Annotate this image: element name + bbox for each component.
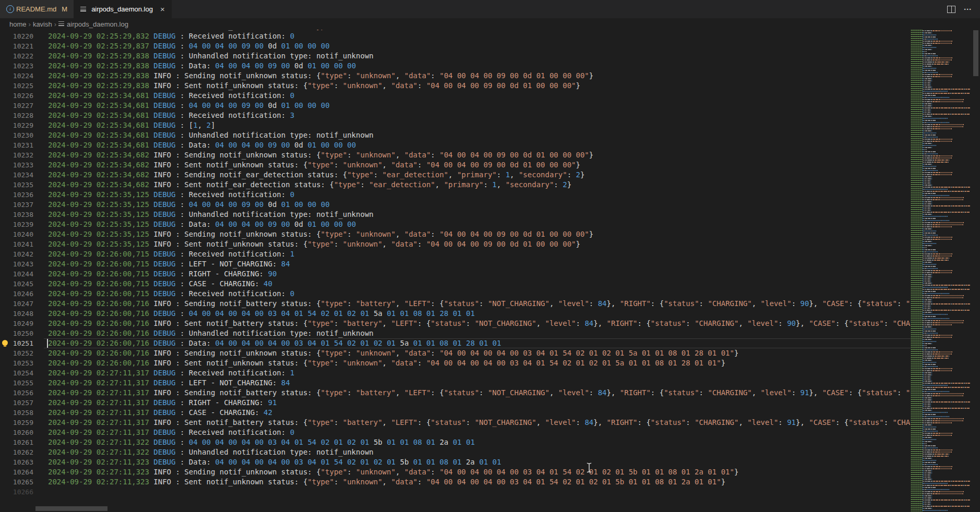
log-line-row[interactable]: 102212024-09-29 02:25:29,837 DEBUG : 04 … — [0, 41, 911, 51]
log-line-text[interactable]: 2024-09-29 02:26:00,716 INFO : Sent noti… — [33, 358, 725, 368]
log-line-row[interactable]: 102612024-09-29 02:27:11,322 DEBUG : 04 … — [0, 437, 911, 447]
vertical-scrollbar-thumb[interactable] — [973, 30, 978, 76]
minimap[interactable] — [911, 30, 972, 512]
log-line-row[interactable]: 102422024-09-29 02:26:00,715 DEBUG : Rec… — [0, 249, 911, 259]
log-line-text[interactable]: 2024-09-29 02:25:34,681 DEBUG : Data: 04… — [33, 140, 356, 150]
log-line-text[interactable]: 2024-09-29 02:26:00,715 DEBUG : LEFT - N… — [33, 259, 290, 269]
log-line-row[interactable]: 102592024-09-29 02:27:11,317 INFO : Sent… — [0, 418, 911, 428]
log-line-row[interactable]: 102522024-09-29 02:26:00,716 INFO : Send… — [0, 348, 911, 358]
log-line-text[interactable]: 2024-09-29 02:25:35,125 INFO : Sending n… — [33, 229, 593, 239]
log-line-text[interactable]: 2024-09-29 02:25:34,681 DEBUG : Unhandle… — [33, 130, 374, 140]
log-line-text[interactable]: 2024-09-29 02:25:29,838 DEBUG : Data: 04… — [33, 61, 356, 71]
log-line-row[interactable]: 102412024-09-29 02:25:35,125 INFO : Sent… — [0, 239, 911, 249]
horizontal-scrollbar-thumb[interactable] — [35, 506, 107, 511]
log-line-row[interactable]: 102642024-09-29 02:27:11,323 INFO : Send… — [0, 467, 911, 477]
log-line-text[interactable]: 2024-09-29 02:27:11,317 DEBUG : Received… — [33, 368, 294, 378]
log-line-row[interactable]: 102432024-09-29 02:26:00,715 DEBUG : LEF… — [0, 259, 911, 269]
log-line-text[interactable]: 2024-09-29 02:25:29,838 INFO : Sent noti… — [33, 81, 580, 91]
log-line-text[interactable]: 2024-09-29 02:27:11,317 DEBUG : LEFT - N… — [33, 378, 290, 388]
log-line-row[interactable]: 102262024-09-29 02:25:34,681 DEBUG : Rec… — [0, 91, 911, 101]
log-line-text[interactable]: 2024-09-29 02:26:00,716 DEBUG : 04 00 04… — [33, 309, 475, 319]
log-line-text[interactable]: 2024-09-29 02:27:11,322 DEBUG : Unhandle… — [33, 447, 374, 457]
log-line-text[interactable]: 2024-09-29 02:27:11,317 DEBUG : Received… — [33, 428, 294, 437]
log-line-row[interactable]: 10266 — [0, 487, 911, 497]
log-line-text[interactable]: 2024-09-29 02:25:29,837 DEBUG : 04 00 04… — [33, 41, 330, 51]
breadcrumb-item-home[interactable]: home — [9, 20, 27, 28]
log-line-row[interactable]: 102402024-09-29 02:25:35,125 INFO : Send… — [0, 229, 911, 239]
log-line-row[interactable]: 102342024-09-29 02:25:34,682 INFO : Send… — [0, 170, 911, 180]
log-line-row[interactable]: 102582024-09-29 02:27:11,317 DEBUG : CAS… — [0, 408, 911, 418]
log-line-text[interactable]: 2024-09-29 02:25:29,832 DEBUG : Received… — [33, 31, 294, 41]
log-line-row[interactable]: 102382024-09-29 02:25:35,125 DEBUG : Unh… — [0, 210, 911, 220]
log-line-row[interactable]: 102252024-09-29 02:25:29,838 INFO : Sent… — [0, 81, 911, 91]
log-line-row[interactable]: 102512024-09-29 02:26:00,716 DEBUG : Dat… — [0, 338, 911, 348]
log-line-row[interactable]: 102352024-09-29 02:25:34,682 INFO : Sent… — [0, 180, 911, 190]
log-line-row[interactable]: 102502024-09-29 02:26:00,716 DEBUG : Unh… — [0, 328, 911, 338]
log-line-text[interactable]: 2024-09-29 02:25:35,125 INFO : Sent noti… — [33, 239, 580, 249]
log-line-text[interactable]: 2024-09-29 02:27:11,317 DEBUG : CASE - C… — [33, 408, 272, 418]
log-line-text[interactable]: 2024-09-29 02:25:34,681 DEBUG : Received… — [33, 111, 294, 120]
log-line-text[interactable]: 2024-09-29 02:26:00,715 DEBUG : RIGHT - … — [33, 269, 277, 279]
log-line-text[interactable]: 2024-09-29 02:26:00,716 INFO : Sent noti… — [33, 319, 911, 328]
log-line-text[interactable]: 2024-09-29 02:25:34,682 INFO : Sent noti… — [33, 160, 580, 170]
vertical-scrollbar[interactable] — [972, 30, 980, 512]
log-line-text[interactable]: 2024-09-29 02:25:34,682 INFO : Sending n… — [33, 170, 584, 180]
breadcrumb-item-kavish[interactable]: kavish — [33, 20, 52, 28]
log-line-text[interactable]: 2024-09-29 02:27:11,322 DEBUG : 04 00 04… — [33, 437, 475, 447]
log-line-text[interactable]: 2024-09-29 02:25:34,682 INFO : Sent noti… — [33, 180, 571, 190]
log-line-row[interactable]: 102472024-09-29 02:26:00,716 INFO : Send… — [0, 299, 911, 309]
log-line-row[interactable]: 102292024-09-29 02:25:34,681 DEBUG : [1,… — [0, 120, 911, 130]
log-line-text[interactable]: 2024-09-29 02:25:29,838 INFO : Sending n… — [33, 71, 593, 81]
log-line-text[interactable]: 2024-09-29 02:25:34,681 DEBUG : [1, 2] — [33, 120, 215, 130]
log-line-row[interactable]: 102632024-09-29 02:27:11,323 DEBUG : Dat… — [0, 457, 911, 467]
log-line-text[interactable]: 2024-09-29 02:25:34,682 INFO : Sending n… — [33, 150, 593, 160]
log-line-text[interactable]: 2024-09-29 02:27:11,317 DEBUG : RIGHT - … — [33, 398, 277, 408]
log-line-row[interactable]: 102232024-09-29 02:25:29,838 DEBUG : Dat… — [0, 61, 911, 71]
log-line-row[interactable]: 102442024-09-29 02:26:00,715 DEBUG : RIG… — [0, 269, 911, 279]
log-line-row[interactable]: 102622024-09-29 02:27:11,322 DEBUG : Unh… — [0, 447, 911, 457]
log-line-text[interactable]: 2024-09-29 02:26:00,715 DEBUG : CASE - C… — [33, 279, 272, 289]
log-line-row[interactable]: 102552024-09-29 02:27:11,317 DEBUG : LEF… — [0, 378, 911, 388]
close-icon[interactable] — [160, 5, 165, 13]
log-line-row[interactable]: 102282024-09-29 02:25:34,681 DEBUG : Rec… — [0, 111, 911, 120]
more-actions-icon[interactable] — [964, 7, 972, 12]
log-line-text[interactable]: 2024-09-29 02:27:11,317 INFO : Sending n… — [33, 388, 911, 398]
log-line-row[interactable]: 102652024-09-29 02:27:11,323 INFO : Sent… — [0, 477, 911, 487]
log-line-row[interactable]: 102312024-09-29 02:25:34,681 DEBUG : Dat… — [0, 140, 911, 150]
log-line-row[interactable]: 102562024-09-29 02:27:11,317 INFO : Send… — [0, 388, 911, 398]
log-line-text[interactable]: 2024-09-29 02:26:00,716 INFO : Sending n… — [33, 348, 738, 358]
log-line-text[interactable]: 2024-09-29 02:26:00,716 DEBUG : Data: 04… — [33, 338, 501, 348]
log-line-text[interactable]: 2024-09-29 02:27:11,323 INFO : Sending n… — [33, 467, 738, 477]
log-line-row[interactable]: 102332024-09-29 02:25:34,682 INFO : Sent… — [0, 160, 911, 170]
log-line-text[interactable]: 2024-09-29 02:25:35,125 DEBUG : Received… — [33, 190, 294, 200]
lightbulb-icon[interactable] — [2, 340, 8, 346]
log-line-row[interactable]: 102542024-09-29 02:27:11,317 DEBUG : Rec… — [0, 368, 911, 378]
log-line-row[interactable]: 102302024-09-29 02:25:34,681 DEBUG : Unh… — [0, 130, 911, 140]
log-line-text[interactable]: 2024-09-29 02:26:00,715 DEBUG : Received… — [33, 289, 294, 299]
log-line-row[interactable]: 102392024-09-29 02:25:35,125 DEBUG : Dat… — [0, 220, 911, 229]
log-line-row[interactable]: 102202024-09-29 02:25:29,832 DEBUG : Rec… — [0, 31, 911, 41]
log-line-row[interactable]: 102222024-09-29 02:25:29,838 DEBUG : Unh… — [0, 51, 911, 61]
code-viewport[interactable]: 102192024-09-29 02:25:29,832 INFO : Sent… — [0, 30, 911, 512]
log-line-text[interactable]: 2024-09-29 02:25:35,125 DEBUG : Unhandle… — [33, 210, 374, 220]
log-line-row[interactable]: 102492024-09-29 02:26:00,716 INFO : Sent… — [0, 319, 911, 328]
breadcrumb-item-file[interactable]: airpods_daemon.log — [67, 20, 128, 28]
log-line-text[interactable] — [33, 487, 48, 497]
log-line-text[interactable]: 2024-09-29 02:25:29,838 DEBUG : Unhandle… — [33, 51, 374, 61]
log-line-text[interactable]: 2024-09-29 02:27:11,317 INFO : Sent noti… — [33, 418, 911, 428]
log-line-row[interactable]: 102452024-09-29 02:26:00,715 DEBUG : CAS… — [0, 279, 911, 289]
log-line-row[interactable]: 102482024-09-29 02:26:00,716 DEBUG : 04 … — [0, 309, 911, 319]
log-line-row[interactable]: 102372024-09-29 02:25:35,125 DEBUG : 04 … — [0, 200, 911, 210]
log-line-text[interactable]: 2024-09-29 02:25:34,681 DEBUG : Received… — [33, 91, 294, 101]
log-line-text[interactable]: 2024-09-29 02:25:34,681 DEBUG : 04 00 04… — [33, 101, 330, 111]
log-line-text[interactable]: 2024-09-29 02:26:00,716 INFO : Sending n… — [33, 299, 911, 309]
log-line-row[interactable]: 102322024-09-29 02:25:34,682 INFO : Send… — [0, 150, 911, 160]
log-line-text[interactable]: 2024-09-29 02:26:00,716 DEBUG : Unhandle… — [33, 328, 374, 338]
log-line-text[interactable]: 2024-09-29 02:26:00,715 DEBUG : Received… — [33, 249, 294, 259]
log-line-row[interactable]: 102572024-09-29 02:27:11,317 DEBUG : RIG… — [0, 398, 911, 408]
log-line-text[interactable]: 2024-09-29 02:25:35,125 DEBUG : Data: 04… — [33, 220, 356, 229]
log-line-row[interactable]: 102462024-09-29 02:26:00,715 DEBUG : Rec… — [0, 289, 911, 299]
log-line-text[interactable]: 2024-09-29 02:27:11,323 INFO : Sent noti… — [33, 477, 725, 487]
log-line-row[interactable]: 102272024-09-29 02:25:34,681 DEBUG : 04 … — [0, 101, 911, 111]
log-line-text[interactable]: 2024-09-29 02:25:35,125 DEBUG : 04 00 04… — [33, 200, 330, 210]
